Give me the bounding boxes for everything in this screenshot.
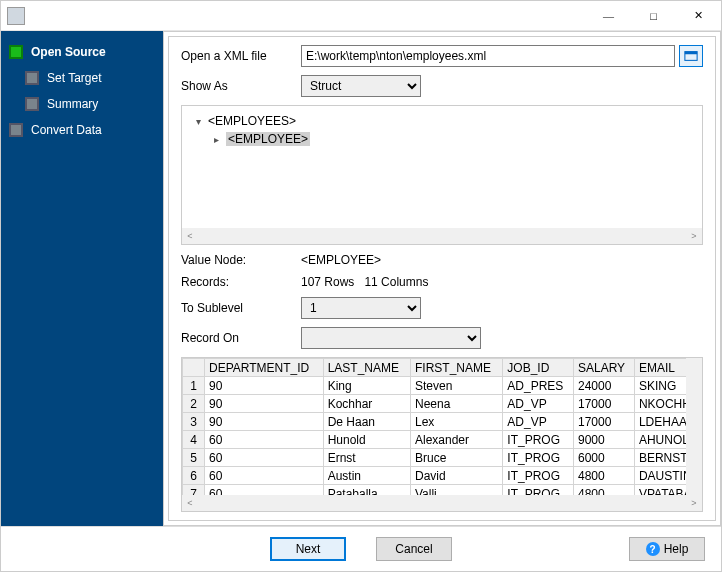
- help-button[interactable]: ? Help: [629, 537, 705, 561]
- cell[interactable]: 90: [205, 413, 324, 431]
- svg-rect-1: [685, 52, 697, 55]
- cell[interactable]: 17000: [573, 395, 634, 413]
- tree-node-root[interactable]: ▾ <EMPLOYEES>: [192, 112, 692, 130]
- open-file-label: Open a XML file: [181, 49, 301, 63]
- cell[interactable]: IT_PROG: [503, 467, 574, 485]
- tree-node-child[interactable]: ▸ <EMPLOYEE>: [210, 130, 692, 148]
- cell[interactable]: IT_PROG: [503, 431, 574, 449]
- cell[interactable]: Austin: [323, 467, 410, 485]
- help-icon: ?: [646, 542, 660, 556]
- content-area: Open a XML file Show As Struct ▾ <EMPLOY…: [163, 31, 721, 526]
- scroll-left-icon[interactable]: <: [182, 228, 198, 244]
- cell[interactable]: IT_PROG: [503, 485, 574, 496]
- scroll-left-icon[interactable]: <: [182, 495, 198, 511]
- cell[interactable]: AD_VP: [503, 413, 574, 431]
- next-button[interactable]: Next: [270, 537, 346, 561]
- open-file-input[interactable]: [301, 45, 675, 67]
- help-label: Help: [664, 542, 689, 556]
- cell[interactable]: King: [323, 377, 410, 395]
- cell[interactable]: Bruce: [410, 449, 502, 467]
- cell[interactable]: Steven: [410, 377, 502, 395]
- cell[interactable]: 24000: [573, 377, 634, 395]
- cell[interactable]: 60: [205, 449, 324, 467]
- show-as-select[interactable]: Struct: [301, 75, 421, 97]
- column-header[interactable]: FIRST_NAME: [410, 359, 502, 377]
- collapse-icon[interactable]: ▾: [192, 116, 204, 127]
- records-label: Records:: [181, 275, 301, 289]
- table-row[interactable]: 190KingStevenAD_PRES24000SKING: [183, 377, 702, 395]
- table-row[interactable]: 660AustinDavidIT_PROG4800DAUSTIN: [183, 467, 702, 485]
- cell[interactable]: De Haan: [323, 413, 410, 431]
- cell[interactable]: IT_PROG: [503, 449, 574, 467]
- minimize-button[interactable]: —: [586, 1, 631, 30]
- cell[interactable]: 60: [205, 467, 324, 485]
- scrollbar-track[interactable]: [198, 228, 686, 244]
- app-icon: [7, 7, 25, 25]
- show-as-label: Show As: [181, 79, 301, 93]
- sidebar-item-open-source[interactable]: Open Source: [1, 39, 163, 65]
- record-on-select[interactable]: [301, 327, 481, 349]
- table-row[interactable]: 390De HaanLexAD_VP17000LDEHAAI: [183, 413, 702, 431]
- row-header-corner: [183, 359, 205, 377]
- expand-icon[interactable]: ▸: [210, 134, 222, 145]
- table-row[interactable]: 560ErnstBruceIT_PROG6000BERNST: [183, 449, 702, 467]
- cell[interactable]: 90: [205, 395, 324, 413]
- sidebar-item-set-target[interactable]: Set Target: [1, 65, 163, 91]
- value-node-value: <EMPLOYEE>: [301, 253, 381, 267]
- scroll-right-icon[interactable]: >: [686, 228, 702, 244]
- sidebar-item-label: Convert Data: [31, 123, 102, 137]
- sidebar-item-label: Open Source: [31, 45, 106, 59]
- column-header[interactable]: DEPARTMENT_ID: [205, 359, 324, 377]
- cell[interactable]: Ernst: [323, 449, 410, 467]
- record-on-label: Record On: [181, 331, 301, 345]
- row-number: 4: [183, 431, 205, 449]
- browse-button[interactable]: [679, 45, 703, 67]
- cell[interactable]: 4800: [573, 485, 634, 496]
- row-number: 1: [183, 377, 205, 395]
- cell[interactable]: Hunold: [323, 431, 410, 449]
- browse-icon: [684, 49, 698, 63]
- cell[interactable]: AD_PRES: [503, 377, 574, 395]
- row-number: 5: [183, 449, 205, 467]
- cell[interactable]: 60: [205, 485, 324, 496]
- cell[interactable]: 60: [205, 431, 324, 449]
- cell[interactable]: 17000: [573, 413, 634, 431]
- to-sublevel-select[interactable]: 1: [301, 297, 421, 319]
- wizard-footer: Next Cancel ? Help: [1, 526, 721, 571]
- cell[interactable]: 4800: [573, 467, 634, 485]
- close-button[interactable]: ✕: [676, 1, 721, 30]
- grid-vertical-scrollbar[interactable]: [686, 358, 702, 495]
- row-number: 7: [183, 485, 205, 496]
- cell[interactable]: David: [410, 467, 502, 485]
- cell[interactable]: Valli: [410, 485, 502, 496]
- grid-horizontal-scrollbar[interactable]: < >: [182, 495, 702, 511]
- cell[interactable]: 9000: [573, 431, 634, 449]
- tree-horizontal-scrollbar[interactable]: < >: [182, 228, 702, 244]
- table-row[interactable]: 460HunoldAlexanderIT_PROG9000AHUNOL: [183, 431, 702, 449]
- to-sublevel-label: To Sublevel: [181, 301, 301, 315]
- scroll-right-icon[interactable]: >: [686, 495, 702, 511]
- cell[interactable]: Pataballa: [323, 485, 410, 496]
- grid-scroll-area[interactable]: DEPARTMENT_IDLAST_NAMEFIRST_NAMEJOB_IDSA…: [182, 358, 702, 495]
- column-header[interactable]: SALARY: [573, 359, 634, 377]
- cell[interactable]: 6000: [573, 449, 634, 467]
- cell[interactable]: Alexander: [410, 431, 502, 449]
- row-number: 3: [183, 413, 205, 431]
- column-header[interactable]: JOB_ID: [503, 359, 574, 377]
- cell[interactable]: 90: [205, 377, 324, 395]
- records-columns: 11 Columns: [364, 275, 428, 289]
- sidebar-item-convert-data[interactable]: Convert Data: [1, 117, 163, 143]
- open-source-panel: Open a XML file Show As Struct ▾ <EMPLOY…: [168, 36, 716, 521]
- sidebar-item-summary[interactable]: Summary: [1, 91, 163, 117]
- column-header[interactable]: LAST_NAME: [323, 359, 410, 377]
- data-grid: DEPARTMENT_IDLAST_NAMEFIRST_NAMEJOB_IDSA…: [181, 357, 703, 512]
- cell[interactable]: Neena: [410, 395, 502, 413]
- scrollbar-track[interactable]: [198, 495, 686, 511]
- cell[interactable]: Kochhar: [323, 395, 410, 413]
- cell[interactable]: Lex: [410, 413, 502, 431]
- table-row[interactable]: 290KochharNeenaAD_VP17000NKOCHH: [183, 395, 702, 413]
- cell[interactable]: AD_VP: [503, 395, 574, 413]
- maximize-button[interactable]: □: [631, 1, 676, 30]
- cancel-button[interactable]: Cancel: [376, 537, 452, 561]
- table-row[interactable]: 760PataballaValliIT_PROG4800VPATABA: [183, 485, 702, 496]
